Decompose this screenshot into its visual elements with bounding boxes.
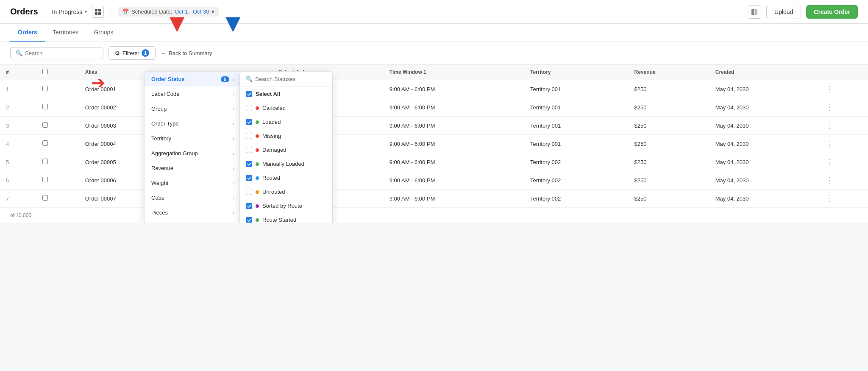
cell-revenue: $250 (629, 98, 709, 117)
filter-menu-item-cost[interactable]: Cost › (145, 220, 241, 223)
cell-checkbox[interactable] (36, 190, 79, 208)
row-checkbox[interactable] (42, 122, 48, 128)
svg-rect-3 (98, 12, 101, 15)
cell-checkbox[interactable] (36, 153, 79, 171)
col-actions (820, 64, 868, 80)
more-button[interactable]: ⋮ (826, 103, 834, 112)
upload-button[interactable]: Upload (766, 5, 801, 19)
filter-menu-item-weight[interactable]: Weight › (145, 176, 241, 190)
tab-groups[interactable]: Groups (86, 24, 121, 42)
status-item-unrouted[interactable]: Unrouted (240, 185, 332, 199)
cell-more[interactable]: ⋮ (820, 80, 868, 98)
status-search-input[interactable] (255, 76, 326, 82)
filter-item-label: Label Code (151, 91, 180, 97)
chevron-icon: › (233, 92, 234, 97)
status-item-canceled[interactable]: Canceled (240, 101, 332, 115)
toolbar: 🔍 ⚙ Filters: 1 ← Back to Summary (0, 42, 868, 64)
back-summary-label: Back to Summary (169, 50, 212, 56)
status-checkbox-canceled (246, 105, 252, 111)
header-divider-2 (111, 7, 111, 17)
status-item-routed[interactable]: Routed (240, 171, 332, 185)
filter-menu-item-pieces[interactable]: Pieces › (145, 205, 241, 220)
status-item-select_all[interactable]: Select All (240, 87, 332, 101)
svg-rect-4 (751, 9, 754, 15)
filter-menu-item-cube[interactable]: Cube › (145, 190, 241, 205)
status-item-route_started[interactable]: Route Started (240, 213, 332, 223)
row-checkbox[interactable] (42, 86, 48, 91)
filter-menu-item-label_code[interactable]: Label Code › (145, 86, 241, 101)
table-row: 1 Order 00001 Loaded May 25, 2030 9:00 A… (0, 80, 868, 98)
status-item-manually_loaded[interactable]: Manually Loaded (240, 157, 332, 171)
table-row: 2 Order 00002 Loaded May 25, 2030 9:00 A… (0, 98, 868, 117)
row-checkbox[interactable] (42, 195, 48, 201)
select-all-checkbox[interactable] (42, 69, 48, 74)
cell-more[interactable]: ⋮ (820, 153, 868, 171)
cell-more[interactable]: ⋮ (820, 98, 868, 117)
col-revenue: Revenue (629, 64, 709, 80)
filter-menu-item-revenue[interactable]: Revenue › (145, 161, 241, 176)
cell-checkbox[interactable] (36, 98, 79, 117)
back-to-summary[interactable]: ← Back to Summary (161, 50, 212, 56)
col-checkbox[interactable] (36, 64, 79, 80)
row-checkbox[interactable] (42, 140, 48, 146)
filter-icon: ⚙ (115, 50, 120, 56)
status-label-loaded: Loaded (262, 119, 281, 125)
filter-menu-item-aggregation_group[interactable]: Aggregation Group › (145, 146, 241, 161)
more-button[interactable]: ⋮ (826, 194, 834, 203)
schedule-date-badge[interactable]: 📅 Scheduled Date: Oct 1 - Oct 30 ▾ (118, 7, 219, 17)
cell-time-window: 9:00 AM - 6:00 PM (384, 98, 524, 117)
status-checkbox-damaged (246, 147, 252, 153)
more-button[interactable]: ⋮ (826, 121, 834, 130)
cell-more[interactable]: ⋮ (820, 171, 868, 190)
status-dot-route_started (256, 218, 259, 222)
status-search-box[interactable]: 🔍 (240, 72, 332, 87)
book-icon[interactable] (748, 5, 761, 19)
status-item-damaged[interactable]: Damaged (240, 143, 332, 157)
status-dot-canceled (256, 106, 259, 110)
status-item-sorted_by_route[interactable]: Sorted by Route (240, 199, 332, 213)
page-title: Orders (10, 7, 38, 17)
chevron-icon: › (233, 121, 234, 126)
filter-count-badge: 1 (142, 49, 149, 57)
tab-territories[interactable]: Territories (45, 24, 86, 42)
status-dot-missing (256, 134, 259, 138)
status-item-missing[interactable]: Missing (240, 129, 332, 143)
more-button[interactable]: ⋮ (826, 139, 834, 148)
cell-created: May 04, 2030 (709, 135, 821, 153)
cell-more[interactable]: ⋮ (820, 117, 868, 135)
filters-label: Filters: (122, 50, 139, 56)
grid-view-icon[interactable] (92, 6, 104, 18)
schedule-caret: ▾ (211, 8, 214, 15)
row-checkbox[interactable] (42, 104, 48, 109)
cell-checkbox[interactable] (36, 80, 79, 98)
filter-menu-item-group[interactable]: Group › (145, 101, 241, 116)
cell-num: 1 (0, 80, 36, 98)
status-badge[interactable]: In Progress ▾ (52, 8, 87, 15)
row-checkbox[interactable] (42, 159, 48, 164)
cell-checkbox[interactable] (36, 171, 79, 190)
more-button[interactable]: ⋮ (826, 85, 834, 93)
cell-checkbox[interactable] (36, 135, 79, 153)
filter-menu-item-territory[interactable]: Territory › (145, 131, 241, 146)
cell-more[interactable]: ⋮ (820, 190, 868, 208)
status-item-loaded[interactable]: Loaded (240, 115, 332, 129)
cell-revenue: $250 (629, 171, 709, 190)
cell-territory: Territory 002 (524, 153, 629, 171)
more-button[interactable]: ⋮ (826, 176, 834, 184)
row-checkbox[interactable] (42, 177, 48, 182)
chevron-icon: › (233, 136, 234, 141)
create-order-button[interactable]: Create Order (806, 5, 858, 19)
chevron-icon: › (233, 77, 234, 82)
cell-created: May 04, 2030 (709, 153, 821, 171)
filter-menu-item-order_type[interactable]: Order Type › (145, 116, 241, 131)
more-button[interactable]: ⋮ (826, 158, 834, 166)
chevron-icon: › (233, 151, 234, 156)
filter-button[interactable]: ⚙ Filters: 1 (108, 46, 156, 60)
cell-checkbox[interactable] (36, 117, 79, 135)
table-row: 5 Order 00005 Loaded May 25, 2030 9:00 A… (0, 153, 868, 171)
search-box[interactable]: 🔍 (10, 47, 103, 59)
tab-orders[interactable]: Orders (10, 24, 45, 42)
filter-menu-item-order_status[interactable]: Order Status 5 › (145, 72, 241, 86)
search-input[interactable] (25, 50, 98, 56)
cell-more[interactable]: ⋮ (820, 135, 868, 153)
